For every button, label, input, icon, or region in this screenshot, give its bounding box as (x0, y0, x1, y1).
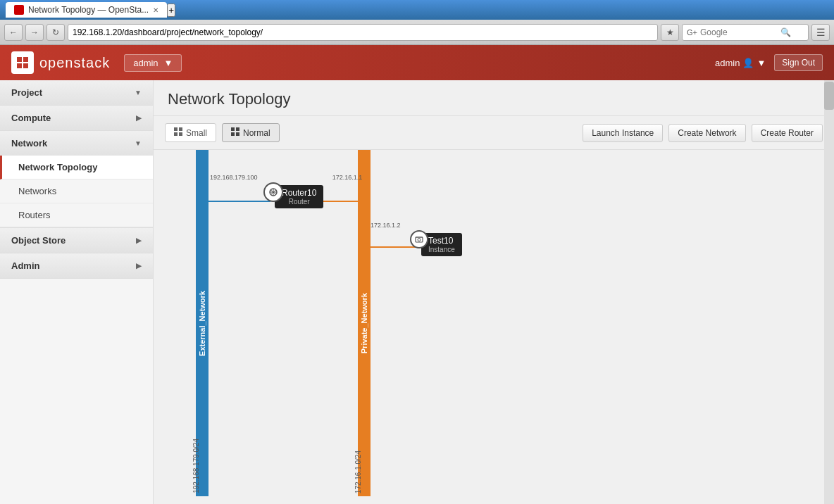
tab-title: Network Topology — OpenSta... (28, 5, 149, 15)
main-content: Network Topology Small Normal Launch Ins… (154, 80, 834, 504)
content-area: Project ▼ Compute ▶ Network ▼ Network To… (0, 80, 834, 504)
admin-arrow-icon: ▶ (136, 262, 142, 270)
project-selector[interactable]: admin ▼ (124, 54, 182, 72)
sidebar-object-store-header[interactable]: Object Store ▶ (0, 228, 153, 253)
tab-favicon (14, 5, 24, 15)
toolbar-right: Launch Instance Create Network Create Ro… (583, 124, 823, 142)
sidebar-network-label: Network (11, 138, 47, 149)
page-header: Network Topology (154, 80, 834, 116)
forward-button[interactable]: → (25, 24, 44, 41)
object-store-arrow-icon: ▶ (136, 237, 142, 244)
svg-rect-8 (231, 127, 235, 131)
page-title: Network Topology (168, 90, 820, 108)
scrollbar-y[interactable] (824, 80, 834, 504)
view-normal-label: Normal (243, 128, 270, 138)
view-small-label: Small (186, 128, 207, 138)
svg-rect-1 (23, 57, 28, 62)
user-icon: 👤 (742, 58, 754, 68)
project-dropdown-icon: ▼ (164, 58, 173, 68)
sidebar-object-store-label: Object Store (11, 235, 66, 246)
svg-rect-2 (17, 63, 22, 68)
router-type-label: Router (282, 198, 316, 206)
address-bar[interactable] (68, 24, 658, 41)
back-button[interactable]: ← (4, 24, 23, 41)
external-network-label: External_Network (198, 291, 206, 356)
svg-rect-11 (236, 132, 239, 136)
sidebar-project-section: Project ▼ (0, 80, 153, 106)
project-name: admin (133, 58, 158, 68)
reload-button[interactable]: ↻ (46, 24, 65, 41)
user-dropdown-icon: ▼ (757, 58, 766, 68)
svg-rect-5 (179, 127, 182, 131)
logo-icon (11, 51, 34, 74)
instance-ip: 172.16.1.2 (371, 222, 401, 229)
view-small-button[interactable]: Small (165, 123, 216, 142)
search-engine-icon: G+ (687, 28, 697, 37)
sidebar-project-label: Project (11, 87, 42, 98)
header-right: admin 👤 ▼ Sign Out (715, 54, 823, 71)
compute-arrow-icon: ▶ (136, 114, 142, 122)
sidebar-compute-header[interactable]: Compute ▶ (0, 106, 153, 130)
sidebar-admin-label: Admin (11, 260, 39, 271)
sign-out-button[interactable]: Sign Out (774, 54, 823, 71)
conn-line-ext-router (208, 201, 270, 202)
create-network-button[interactable]: Create Network (668, 124, 745, 142)
sidebar: Project ▼ Compute ▶ Network ▼ Network To… (0, 80, 154, 504)
project-arrow-icon: ▼ (135, 89, 142, 96)
new-tab-button[interactable]: + (167, 4, 175, 17)
network-arrow-icon: ▼ (135, 139, 142, 147)
router-icon (263, 182, 283, 202)
topology-canvas: External_Network Private_Network 192.168… (154, 150, 834, 496)
svg-rect-4 (174, 127, 178, 131)
svg-rect-7 (179, 132, 182, 136)
svg-point-18 (418, 239, 421, 241)
svg-rect-0 (17, 57, 22, 62)
sidebar-admin-header[interactable]: Admin ▶ (0, 253, 153, 278)
external-subnet-label: 192.168.179.0/24 (192, 439, 200, 493)
sidebar-network-header[interactable]: Network ▼ (0, 131, 153, 156)
sidebar-compute-label: Compute (11, 113, 51, 123)
svg-rect-9 (236, 127, 239, 131)
user-menu[interactable]: admin 👤 ▼ (715, 58, 766, 68)
instance-type-label: Instance (428, 246, 455, 253)
instance-name: Test10 (428, 236, 455, 246)
scrollbar-thumb (824, 82, 834, 110)
sidebar-item-network-topology-label: Network Topology (18, 162, 97, 172)
search-input[interactable] (700, 27, 778, 37)
small-grid-icon (174, 127, 182, 138)
router-ip-left: 192.168.179.100 (210, 174, 258, 181)
create-router-button[interactable]: Create Router (752, 124, 823, 142)
svg-rect-10 (231, 132, 235, 136)
sidebar-object-store-section: Object Store ▶ (0, 228, 153, 253)
router-node[interactable]: Router10 Router 192.168.179.100 172.16.1… (266, 185, 323, 208)
sidebar-network-section: Network ▼ Network Topology Networks Rout… (0, 131, 153, 228)
sidebar-item-network-topology[interactable]: Network Topology (0, 156, 153, 179)
instance-node[interactable]: Test10 Instance 172.16.1.2 (413, 233, 462, 256)
logo-text: openstack (39, 55, 110, 71)
search-icon[interactable]: 🔍 (780, 27, 791, 37)
user-name: admin (715, 58, 740, 68)
browser-tab[interactable]: Network Topology — OpenSta... ✕ (6, 2, 167, 18)
router-ip-right: 172.16.1.1 (332, 174, 363, 181)
browser-titlebar: Network Topology — OpenSta... ✕ + (0, 0, 834, 20)
launch-instance-button[interactable]: Launch Instance (583, 124, 663, 142)
toolbar: Small Normal Launch Instance Create Netw… (154, 116, 834, 150)
view-normal-button[interactable]: Normal (222, 123, 280, 142)
svg-rect-6 (174, 132, 178, 136)
app-logo: openstack (11, 51, 110, 74)
tab-close-btn[interactable]: ✕ (153, 6, 158, 14)
app-header: openstack admin ▼ admin 👤 ▼ Sign Out (0, 45, 834, 80)
browser-menu-button[interactable]: ☰ (811, 24, 830, 41)
sidebar-item-networks[interactable]: Networks (0, 179, 153, 203)
private-network-label: Private_Network (360, 293, 368, 353)
router-name: Router10 (282, 188, 316, 198)
sidebar-item-routers[interactable]: Routers (0, 203, 153, 227)
browser-toolbar: ← → ↻ ★ G+ 🔍 ☰ (0, 20, 834, 45)
private-subnet-label: 172.16.1.0/24 (354, 451, 362, 493)
sidebar-admin-section: Admin ▶ (0, 253, 153, 279)
sidebar-project-header[interactable]: Project ▼ (0, 80, 153, 105)
svg-rect-3 (23, 63, 28, 68)
normal-grid-icon (231, 127, 239, 138)
bookmark-btn[interactable]: ★ (661, 24, 679, 41)
sidebar-compute-section: Compute ▶ (0, 106, 153, 131)
